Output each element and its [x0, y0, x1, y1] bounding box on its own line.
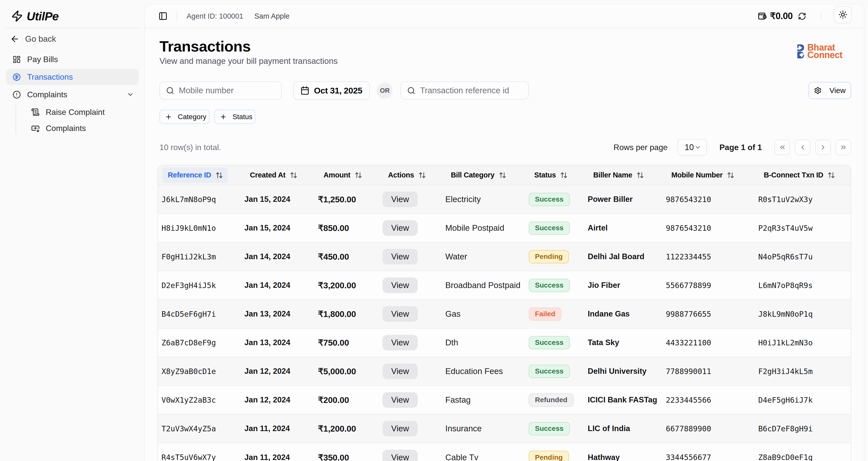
search-icon — [407, 86, 415, 95]
view-columns-button[interactable]: View — [808, 82, 851, 99]
mobile-number-input[interactable]: Mobile number — [159, 81, 282, 99]
cell-reference-id-text: Z6aB7cD8eF9g — [161, 338, 216, 347]
add-status-filter-button[interactable]: Status — [214, 110, 255, 124]
cell-created-at: Jan 11, 2024 — [239, 443, 313, 461]
row-view-button[interactable]: View — [382, 364, 418, 379]
row-view-button[interactable]: View — [382, 249, 418, 264]
cell-bconnect-txn-id: F2gH3iJ4kL5m — [753, 357, 851, 385]
topbar-vertical-divider — [821, 11, 821, 21]
row-view-button[interactable]: View — [382, 450, 418, 461]
status-chip-label: Status — [232, 113, 252, 121]
cell-reference-id-text: X8yZ9aB0cD1e — [161, 367, 216, 376]
column-header-biller-name[interactable]: Biller Name — [583, 165, 661, 185]
next-page-button[interactable] — [815, 140, 831, 155]
column-header-label: Bill Category — [451, 171, 495, 179]
sidebar-item-label: Pay Bills — [27, 55, 58, 64]
table-header-row: Reference ID Created At Amount Actions B… — [158, 165, 851, 185]
table-row: F0gH1iJ2kL3mJan 14, 2024₹450.00ViewWater… — [158, 242, 851, 271]
row-view-button[interactable]: View — [382, 392, 418, 408]
cell-bconnect-txn-id-text: F2gH3iJ4kL5m — [758, 367, 813, 376]
cell-bconnect-txn-id-text: Z8aB9cD0eF1g — [758, 453, 813, 461]
cell-bill-category-text: Mobile Postpaid — [445, 223, 504, 232]
sidebar-item-complaints[interactable]: Complaints — [6, 86, 138, 103]
date-picker-button[interactable]: Oct 31, 2025 — [293, 81, 370, 99]
column-header-amount[interactable]: Amount — [313, 165, 377, 185]
column-header-content: Reference ID — [162, 167, 227, 183]
column-header-label: Reference ID — [168, 171, 211, 179]
row-view-button[interactable]: View — [382, 192, 418, 207]
column-header-actions[interactable]: Actions — [377, 165, 440, 185]
row-view-button[interactable]: View — [382, 220, 418, 236]
cell-amount: ₹750.00 — [313, 328, 377, 357]
cell-bill-category: Gas — [440, 299, 524, 328]
cell-biller-name-text: LIC of India — [588, 424, 630, 433]
column-header-reference-id[interactable]: Reference ID — [158, 165, 239, 185]
cell-mobile-number: 5566778899 — [661, 271, 753, 299]
prev-page-button[interactable] — [795, 140, 810, 155]
transaction-reference-placeholder: Transaction reference id — [420, 86, 509, 95]
cell-biller-name: ICICI Bank FASTag — [583, 385, 661, 414]
page-indicator: Page 1 of 1 — [707, 143, 775, 152]
table-row: H8iJ9kL0mN1oJan 15, 2024₹850.00ViewMobil… — [158, 214, 851, 242]
column-header-content: Amount — [318, 171, 365, 179]
topbar-separator — [177, 12, 177, 20]
topbar: Agent ID: 100001 Sam Apple ₹0.00 — [145, 4, 864, 28]
sort-icon — [216, 171, 223, 179]
row-view-button[interactable]: View — [382, 278, 418, 293]
cell-reference-id-text: B4cD5eF6gH7i — [161, 310, 216, 318]
refresh-balance-button[interactable] — [798, 12, 806, 20]
zap-icon — [11, 10, 23, 22]
last-page-button[interactable] — [836, 140, 851, 155]
column-header-content: B-Connect Txn ID — [758, 171, 838, 179]
sidebar-item-label: Transactions — [27, 73, 73, 82]
row-view-button[interactable]: View — [382, 335, 418, 350]
go-back-button[interactable]: Go back — [0, 28, 145, 47]
cell-biller-name-text: Delhi Jal Board — [588, 252, 645, 261]
cell-bill-category-text: Education Fees — [445, 367, 503, 376]
column-header-mobile-number[interactable]: Mobile Number — [661, 165, 753, 185]
bharat-connect-text: Bharat Connect — [807, 44, 842, 59]
cell-reference-id-text: D2eF3gH4iJ5k — [161, 281, 216, 290]
sidebar-item-complaints-list[interactable]: Complaints — [21, 120, 138, 136]
sidebar-item-pay-bills[interactable]: Pay Bills — [6, 51, 138, 67]
cell-mobile-number: 9876543210 — [661, 214, 753, 242]
cell-reference-id-text: T2uV3wX4yZ5a — [161, 424, 216, 433]
cell-bconnect-txn-id-text: J8kL9mN0oP1q — [758, 310, 813, 318]
cell-biller-name-text: Tata Sky — [588, 338, 619, 347]
cell-biller-name: Indane Gas — [583, 299, 661, 328]
column-header-created-at[interactable]: Created At — [239, 165, 313, 185]
column-header-status[interactable]: Status — [524, 165, 583, 185]
table-meta-row: 10 row(s) in total. Rows per page 10 Pag… — [159, 139, 851, 155]
sidebar-item-transactions[interactable]: Transactions — [6, 69, 138, 85]
sidebar-item-raise-complaint[interactable]: Raise Complaint — [21, 104, 138, 120]
sort-icon — [418, 171, 426, 179]
cell-bill-category: Mobile Postpaid — [440, 214, 524, 242]
cell-actions: View — [377, 214, 440, 242]
sort-icon — [354, 171, 362, 179]
column-header-bill-category[interactable]: Bill Category — [440, 165, 524, 185]
add-category-filter-button[interactable]: Category — [159, 110, 210, 124]
column-header-content: Actions — [382, 171, 429, 179]
status-badge: Success — [529, 422, 570, 435]
row-view-button[interactable]: View — [382, 421, 418, 436]
theme-toggle-button[interactable] — [834, 6, 852, 23]
cell-mobile-number-text: 1122334455 — [666, 252, 711, 261]
row-view-button[interactable]: View — [382, 306, 418, 322]
calendar-icon — [300, 86, 309, 95]
cell-bconnect-txn-id: N4oP5qR6sT7u — [753, 242, 851, 271]
table-row: J6kL7mN8oP9qJan 15, 2024₹1,250.00ViewEle… — [158, 185, 851, 214]
rows-per-page-select[interactable]: 10 — [678, 139, 707, 155]
chevrons-right-icon — [840, 144, 847, 151]
cell-bill-category-text: Broadband Postpaid — [445, 281, 520, 290]
transaction-reference-input[interactable]: Transaction reference id — [401, 81, 529, 99]
first-page-button[interactable] — [775, 140, 790, 155]
transactions-table-card: Reference ID Created At Amount Actions B… — [157, 165, 851, 461]
cell-reference-id: X8yZ9aB0cD1e — [158, 357, 239, 385]
cell-amount: ₹1,200.00 — [313, 414, 377, 443]
cell-status: Pending — [524, 242, 583, 271]
sort-icon — [727, 171, 734, 179]
column-header-bconnect-txn-id[interactable]: B-Connect Txn ID — [753, 165, 851, 185]
sidebar-toggle-button[interactable] — [158, 11, 167, 21]
table-row: V0wX1yZ2aB3cJan 12, 2024₹200.00ViewFasta… — [158, 385, 851, 414]
cell-created-at: Jan 12, 2024 — [239, 357, 313, 385]
